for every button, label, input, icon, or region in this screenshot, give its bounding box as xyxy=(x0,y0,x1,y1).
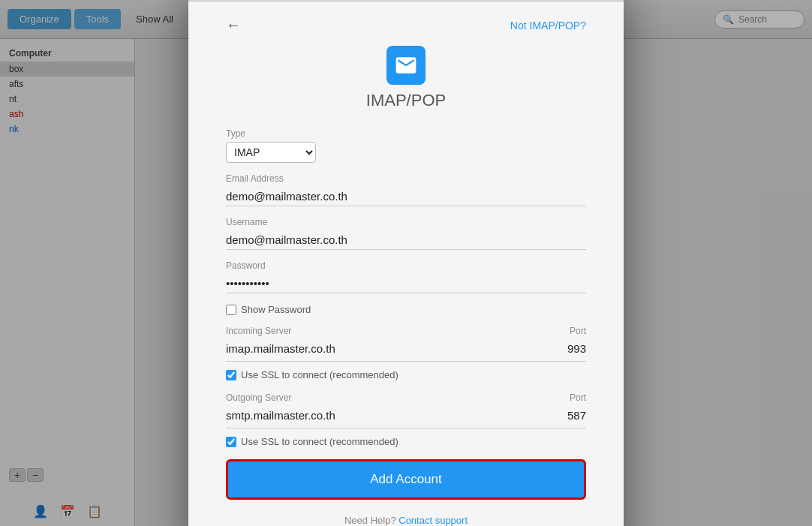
back-button[interactable]: ← xyxy=(226,17,241,34)
help-text: Need Help? xyxy=(344,515,396,526)
envelope-svg xyxy=(394,53,418,77)
incoming-port-label: Port xyxy=(570,326,586,336)
email-icon xyxy=(386,46,426,85)
type-select[interactable]: IMAP POP xyxy=(226,142,316,163)
type-field: Type IMAP POP xyxy=(226,128,586,163)
username-input[interactable] xyxy=(226,230,586,250)
email-field: Email Address xyxy=(226,173,586,206)
show-password-row: Show Password xyxy=(226,304,586,315)
modal-form: ← Not IMAP/POP? IMAP/POP Type IMAP POP xyxy=(188,2,624,526)
incoming-ssl-label: Use SSL to connect (recommended) xyxy=(241,369,398,380)
setup-email-modal: Set Up Your Email ← Not IMAP/POP? IMAP/P… xyxy=(188,0,624,526)
help-row: Need Help? Contact support xyxy=(226,515,586,526)
show-password-checkbox[interactable] xyxy=(226,305,236,315)
password-field: Password xyxy=(226,260,586,293)
username-field: Username xyxy=(226,217,586,250)
username-label: Username xyxy=(226,217,586,227)
modal-top-nav: ← Not IMAP/POP? xyxy=(226,17,586,34)
outgoing-ssl-row: Use SSL to connect (recommended) xyxy=(226,436,586,447)
modal-titlebar: Set Up Your Email xyxy=(188,0,624,2)
outgoing-ssl-label: Use SSL to connect (recommended) xyxy=(241,436,398,447)
show-password-label: Show Password xyxy=(241,304,311,315)
incoming-server-input[interactable] xyxy=(226,339,368,358)
outgoing-port-input[interactable] xyxy=(541,406,586,425)
outgoing-ssl-checkbox[interactable] xyxy=(226,437,236,447)
imap-header: IMAP/POP xyxy=(226,46,586,110)
incoming-server-row: Incoming Server Port xyxy=(226,326,586,336)
not-imap-link[interactable]: Not IMAP/POP? xyxy=(510,20,586,32)
imap-title: IMAP/POP xyxy=(366,91,446,110)
modal-overlay: Set Up Your Email ← Not IMAP/POP? IMAP/P… xyxy=(0,0,812,526)
password-input[interactable] xyxy=(226,274,586,293)
outgoing-server-values xyxy=(226,406,586,428)
incoming-port-input[interactable] xyxy=(541,339,586,358)
email-input[interactable] xyxy=(226,187,586,206)
add-account-button[interactable]: Add Account xyxy=(226,459,586,500)
incoming-ssl-row: Use SSL to connect (recommended) xyxy=(226,369,586,380)
incoming-server-label: Incoming Server xyxy=(226,326,291,336)
type-label: Type xyxy=(226,128,586,139)
outgoing-port-label: Port xyxy=(570,392,586,403)
outgoing-server-label: Outgoing Server xyxy=(226,392,291,403)
password-label: Password xyxy=(226,260,586,271)
incoming-server-values xyxy=(226,339,586,362)
incoming-ssl-checkbox[interactable] xyxy=(226,370,236,380)
outgoing-server-row: Outgoing Server Port xyxy=(226,392,586,403)
outgoing-server-input[interactable] xyxy=(226,406,368,425)
contact-support-link[interactable]: Contact support xyxy=(398,515,468,526)
email-label: Email Address xyxy=(226,173,586,184)
